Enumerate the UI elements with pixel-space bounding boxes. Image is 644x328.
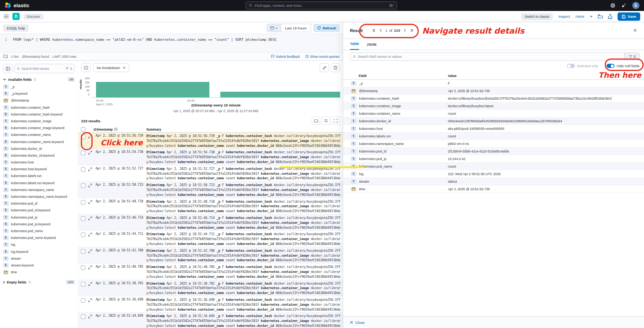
doc-field-row[interactable]: tkubernetes.pod_id2f13d644-55b6-42ce-811… xyxy=(343,148,644,155)
inspect-button[interactable]: Inspect xyxy=(558,14,570,18)
sidebar-field-item[interactable]: tkubernetes.labels.run xyxy=(3,173,75,180)
doc-field-row[interactable]: tkubernetes.container_imagedocker.io/lib… xyxy=(343,102,644,110)
menu-icon[interactable] xyxy=(4,15,9,18)
alerts-button[interactable]: Alerts xyxy=(575,14,584,18)
edit-visualization-icon[interactable] xyxy=(320,63,329,72)
row-checkbox[interactable] xyxy=(81,265,85,270)
open-folder-icon[interactable] xyxy=(598,14,603,18)
row-checkbox[interactable] xyxy=(81,298,85,303)
doc-field-row[interactable]: tkubernetes.container_namecount xyxy=(343,110,644,117)
selected-only-toggle[interactable]: Selected only xyxy=(567,64,598,68)
expand-row-button[interactable] xyxy=(88,151,93,165)
row-settings-icon[interactable] xyxy=(322,117,330,125)
doc-field-row[interactable]: tkubernetes.hostaks-pkl02pool-19059035-v… xyxy=(343,125,644,132)
elastic-logo[interactable]: elastic xyxy=(5,2,29,9)
news-icon[interactable] xyxy=(621,3,626,8)
doc-field-row[interactable]: tkubernetes.namespace_namepkl02-vm-0-ns xyxy=(343,140,644,148)
sidebar-field-item[interactable]: kkubernetes.container_hash.keyword xyxy=(3,112,75,119)
sidebar-field-item[interactable]: kkubernetes.docker_id.keyword xyxy=(3,153,75,160)
sidebar-field-item[interactable]: kkubernetes.container_image.keyword xyxy=(3,125,75,132)
row-checkbox[interactable] xyxy=(81,151,85,155)
doc-field-row[interactable]: t_pF xyxy=(343,80,644,87)
tab-table[interactable]: Table xyxy=(350,42,359,50)
next-page-icon[interactable] xyxy=(404,29,406,32)
histogram-bar[interactable] xyxy=(220,92,340,97)
space-badge[interactable]: D xyxy=(12,13,20,20)
sidebar-field-item[interactable]: tkubernetes.container_name xyxy=(3,132,75,139)
sidebar-field-item[interactable]: kstream.keyword xyxy=(3,263,75,269)
save-button[interactable]: Save xyxy=(618,12,640,21)
sidebar-field-item[interactable]: tstream xyxy=(3,256,75,263)
doc-field-row[interactable]: timeApr 2, 2025 @ 10:51:56.739 xyxy=(343,185,644,193)
help-icon[interactable] xyxy=(610,3,615,8)
histogram-bar[interactable] xyxy=(96,82,209,97)
row-checkbox[interactable] xyxy=(81,314,85,319)
row-checkbox[interactable] xyxy=(81,216,85,221)
result-row[interactable]: Apr 2, 2025 @ 10:51:46.714@timestamp Apr… xyxy=(78,214,343,231)
expand-row-button[interactable] xyxy=(88,298,93,312)
expand-row-button[interactable] xyxy=(88,265,93,279)
sidebar-field-item[interactable]: tkubernetes.docker_id xyxy=(3,146,75,153)
expand-row-button[interactable] xyxy=(88,314,93,328)
result-row[interactable]: Apr 2, 2025 @ 10:51:36.698@timestamp Apr… xyxy=(78,296,343,313)
doc-field-row[interactable]: tlog222: Wed Apr 2 08:51:56 UTC 2025 xyxy=(343,170,644,178)
expand-row-button[interactable] xyxy=(88,183,93,197)
sidebar-field-item[interactable]: k_p.keyword xyxy=(3,91,75,98)
expand-row-button[interactable] xyxy=(88,249,93,263)
result-row[interactable]: Apr 2, 2025 @ 10:51:56.739@timestamp Apr… xyxy=(78,132,343,149)
sidebar-field-item[interactable]: tkubernetes.pod_ip xyxy=(3,215,75,222)
doc-field-row[interactable]: tkubernetes.pod_ip10.244.0.42 xyxy=(343,155,644,163)
doc-field-row[interactable]: tkubernetes.container_hashdocker.io/libr… xyxy=(343,95,644,102)
expand-row-button[interactable] xyxy=(88,282,93,296)
toggle-on-switch[interactable] xyxy=(607,64,615,68)
sidebar-field-item[interactable]: kkubernetes.pod_name.keyword xyxy=(3,235,75,242)
show-recent-queries-link[interactable]: Show recent queries xyxy=(305,55,340,59)
result-row[interactable]: Apr 2, 2025 @ 10:51:34.694@timestamp Apr… xyxy=(78,313,343,328)
expand-row-button[interactable] xyxy=(88,167,93,181)
result-row[interactable]: Apr 2, 2025 @ 10:51:38.701@timestamp Apr… xyxy=(78,280,343,296)
histogram-toggle-icon[interactable] xyxy=(81,63,90,72)
first-page-icon[interactable] xyxy=(373,29,376,32)
row-checkbox[interactable] xyxy=(81,249,85,254)
sidebar-field-item[interactable]: tkubernetes.container_image xyxy=(3,119,75,125)
user-avatar[interactable]: E xyxy=(632,2,639,9)
display-options-icon[interactable] xyxy=(312,117,320,125)
empty-fields-header[interactable]: Empty fields 129 xyxy=(3,280,75,284)
result-row[interactable]: Apr 2, 2025 @ 10:51:48.718@timestamp Apr… xyxy=(78,198,343,214)
row-checkbox[interactable] xyxy=(81,282,85,286)
field-filter-icon[interactable] xyxy=(65,67,69,70)
breakdown-select[interactable]: No breakdown xyxy=(93,63,129,72)
sidebar-field-item[interactable]: tkubernetes.namespace_name xyxy=(3,187,75,194)
result-row[interactable]: Apr 2, 2025 @ 10:51:54.730@timestamp Apr… xyxy=(78,149,343,165)
sidebar-field-item[interactable]: klog.keyword xyxy=(3,249,75,256)
sidebar-field-item[interactable]: kkubernetes.labels.run.keyword xyxy=(3,180,75,187)
switch-to-classic-button[interactable]: Switch to classic xyxy=(521,13,553,20)
sidebar-field-item[interactable]: tkubernetes.pod_id xyxy=(3,201,75,208)
sidebar-field-item[interactable]: kkubernetes.pod_id.keyword xyxy=(3,208,75,214)
sidebar-field-item[interactable]: time xyxy=(3,269,75,276)
last-page-icon[interactable] xyxy=(410,29,413,32)
submit-feedback-link[interactable]: Submit feedback xyxy=(271,55,300,59)
sidebar-field-item[interactable]: tlog xyxy=(3,242,75,249)
expand-row-button[interactable] xyxy=(88,233,93,246)
close-flyout-icon[interactable]: ✕ xyxy=(633,28,637,33)
doc-field-row[interactable]: tkubernetes.pod_namecount xyxy=(343,163,644,170)
doc-field-row[interactable]: @timestampApr 2, 2025 @ 10:51:56.739 xyxy=(343,87,644,95)
sidebar-field-item[interactable]: t_p xyxy=(3,84,75,91)
expand-row-button[interactable] xyxy=(88,200,93,214)
doc-field-row[interactable]: tstreamstdout xyxy=(343,178,644,185)
row-checkbox[interactable] xyxy=(81,233,85,237)
timestamp-column-header[interactable]: @timestamp xyxy=(93,128,141,131)
expand-row-button[interactable] xyxy=(88,216,93,230)
tab-json[interactable]: JSON xyxy=(367,42,376,50)
result-row[interactable]: Apr 2, 2025 @ 10:51:50.723@timestamp Apr… xyxy=(78,182,343,198)
new-session-button[interactable]: + xyxy=(590,15,593,18)
row-checkbox[interactable] xyxy=(81,134,85,139)
toggle-off-switch[interactable] xyxy=(567,64,575,68)
sidebar-field-item[interactable]: kkubernetes.namespace_name.keyword xyxy=(3,194,75,201)
doc-field-row[interactable]: tkubernetes.docker_id060e3eedc23fcf9659a… xyxy=(343,117,644,125)
select-all-checkbox[interactable] xyxy=(81,127,85,132)
collapse-sidebar-button[interactable] xyxy=(3,64,12,73)
sidebar-field-item[interactable]: kkubernetes.pod_ip.keyword xyxy=(3,222,75,228)
histogram-chart[interactable] xyxy=(91,78,341,98)
